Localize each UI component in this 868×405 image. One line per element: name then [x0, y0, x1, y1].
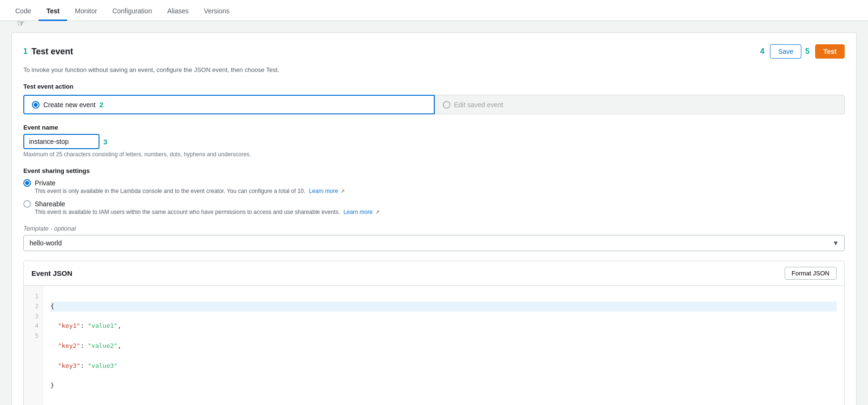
line-numbers: 1 2 3 4 5: [24, 286, 43, 405]
template-section: Template - optional hello-world apiGatew…: [23, 225, 845, 251]
tab-monitor[interactable]: Monitor: [67, 2, 105, 21]
tab-aliases[interactable]: Aliases: [160, 2, 196, 21]
shareable-external-link-icon: ↗: [375, 209, 379, 215]
step-4-badge: 4: [760, 47, 765, 56]
code-line-2: "key1": "value1",: [50, 321, 837, 331]
test-event-action-label: Test event action: [23, 83, 845, 90]
external-link-icon: ↗: [340, 188, 345, 194]
tab-code[interactable]: Code: [8, 2, 39, 21]
json-header: Event JSON Format JSON: [24, 261, 844, 286]
event-name-hint: Maximum of 25 characters consisting of l…: [23, 151, 845, 158]
private-option-row: Private: [23, 179, 845, 187]
test-button[interactable]: Test: [815, 44, 845, 59]
tab-configuration[interactable]: Configuration: [105, 2, 160, 21]
test-panel: 1 Test event 4 Save 5 Test To invoke you…: [11, 32, 857, 405]
event-sharing-section: Event sharing settings Private This even…: [23, 167, 845, 215]
json-section: Event JSON Format JSON 1 2 3 4 5 { "key1…: [23, 261, 845, 405]
template-optional: - optional: [50, 225, 76, 232]
private-description: This event is only available in the Lamb…: [35, 188, 845, 194]
main-content: 1 Test event 4 Save 5 Test To invoke you…: [0, 21, 868, 405]
code-line-3: "key2": "value2",: [50, 341, 837, 351]
radio-options: Create new event 2 Edit saved event: [23, 95, 845, 114]
code-line-1: {: [50, 302, 837, 312]
shareable-radio: [23, 200, 31, 208]
step-1-badge: 1: [23, 47, 28, 56]
info-text: To invoke your function without saving a…: [23, 66, 845, 73]
sharing-options: Private This event is only available in …: [23, 179, 845, 215]
event-name-label: Event name: [23, 124, 845, 131]
shareable-option[interactable]: Shareable This event is available to IAM…: [23, 200, 845, 215]
save-button[interactable]: Save: [770, 44, 801, 59]
panel-header: 1 Test event 4 Save 5 Test: [23, 44, 845, 59]
edit-radio-dot: [443, 101, 450, 109]
shareable-description: This event is available to IAM users wit…: [35, 209, 845, 215]
shareable-learn-more-link[interactable]: Learn more: [343, 209, 372, 215]
shareable-option-row: Shareable: [23, 200, 845, 208]
event-name-section: Event name 3 Maximum of 25 characters co…: [23, 124, 845, 158]
json-editor[interactable]: 1 2 3 4 5 { "key1": "value1", "key2": "v…: [24, 286, 844, 405]
event-name-input[interactable]: [23, 134, 100, 149]
tab-versions[interactable]: Versions: [196, 2, 237, 21]
tab-test[interactable]: Test: [39, 2, 67, 21]
panel-actions: 4 Save 5 Test: [760, 44, 845, 59]
private-radio: [23, 179, 31, 187]
panel-title-row: 1 Test event: [23, 47, 73, 57]
json-title: Event JSON: [31, 269, 72, 277]
create-new-event-label: Create new event: [43, 101, 96, 109]
template-select[interactable]: hello-world apiGateway dynamodb kinesis …: [23, 235, 845, 251]
edit-saved-event-option[interactable]: Edit saved event: [435, 95, 845, 114]
private-label: Private: [35, 179, 56, 187]
step-2-badge: 2: [100, 101, 103, 109]
select-wrapper: hello-world apiGateway dynamodb kinesis …: [23, 235, 845, 251]
step-5-badge: 5: [805, 47, 809, 56]
step-3-badge: 3: [103, 138, 107, 146]
create-radio-dot: [32, 101, 40, 109]
format-json-button[interactable]: Format JSON: [785, 267, 837, 280]
code-line-4: "key3": "value3": [50, 361, 837, 371]
edit-saved-event-label: Edit saved event: [454, 101, 504, 109]
tabs-bar: Code Test Monitor Configuration Aliases …: [0, 0, 868, 21]
create-new-event-option[interactable]: Create new event 2: [23, 95, 435, 114]
private-option[interactable]: Private This event is only available in …: [23, 179, 845, 194]
panel-title: Test event: [31, 47, 73, 57]
test-event-action-section: Test event action Create new event 2 Edi…: [23, 83, 845, 114]
event-sharing-label: Event sharing settings: [23, 167, 845, 174]
code-content[interactable]: { "key1": "value1", "key2": "value2", "k…: [43, 286, 844, 405]
template-label: Template - optional: [23, 225, 845, 232]
code-line-5: }: [50, 381, 837, 391]
shareable-label: Shareable: [35, 200, 65, 208]
private-learn-more-link[interactable]: Learn more: [309, 188, 338, 194]
